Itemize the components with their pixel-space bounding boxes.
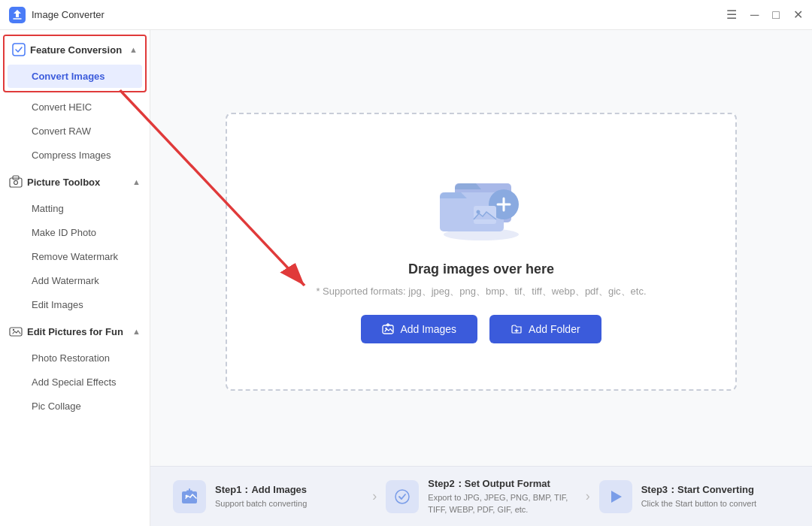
add-folder-label: Add Folder xyxy=(529,323,580,335)
titlebar: Image Converter ☰ ─ □ ✕ xyxy=(0,0,812,30)
step2-desc: Export to JPG, JPEG, PNG, BMP, TIF, TIFF… xyxy=(428,492,576,515)
step2-text: Step2：Set Output Format Export to JPG, J… xyxy=(428,477,576,515)
step3-title: Step3：Start Converting xyxy=(641,483,756,497)
add-images-icon xyxy=(382,323,394,335)
feature-conversion-chevron: ▲ xyxy=(129,45,138,54)
svg-point-25 xyxy=(395,490,409,503)
sidebar-item-matting[interactable]: Matting xyxy=(5,197,145,220)
sidebar: Feature Conversion ▲ Convert Images Conv… xyxy=(0,30,150,526)
step2-icon xyxy=(393,488,411,506)
sidebar-item-convert-raw[interactable]: Convert RAW xyxy=(5,119,145,143)
edit-pictures-label: Edit Pictures for Fun xyxy=(27,326,128,337)
svg-marker-26 xyxy=(611,491,622,503)
maximize-control[interactable]: □ xyxy=(772,9,780,21)
edit-pictures-icon xyxy=(9,325,23,338)
drop-area-wrapper: Drag images over here * Supported format… xyxy=(150,30,812,466)
picture-toolbox-chevron: ▲ xyxy=(132,177,141,186)
add-images-label: Add Images xyxy=(400,323,456,335)
step3-item: Step3：Start Converting Click the Start b… xyxy=(599,480,789,513)
main-layout: Feature Conversion ▲ Convert Images Conv… xyxy=(0,30,812,526)
close-control[interactable]: ✕ xyxy=(793,9,803,21)
step1-title: Step1：Add Images xyxy=(215,483,307,497)
feature-conversion-section: Feature Conversion ▲ Convert Images xyxy=(3,35,147,92)
feature-conversion-icon xyxy=(12,43,26,56)
svg-point-14 xyxy=(477,210,480,213)
step-arrow-1: › xyxy=(372,488,377,504)
btn-row: Add Images Add Folder xyxy=(361,315,601,343)
step1-text: Step1：Add Images Support batch convertin… xyxy=(215,483,307,509)
minimize-control[interactable]: ─ xyxy=(750,9,759,21)
app-logo: Image Converter xyxy=(9,7,105,23)
drop-title: Drag images over here xyxy=(408,261,554,277)
add-folder-icon xyxy=(511,323,523,335)
picture-toolbox-label: Picture Toolbox xyxy=(27,177,128,188)
sidebar-item-convert-heic[interactable]: Convert HEIC xyxy=(5,95,145,119)
menu-control[interactable]: ☰ xyxy=(726,9,737,21)
drop-zone[interactable]: Drag images over here * Supported format… xyxy=(226,113,737,391)
edit-pictures-chevron: ▲ xyxy=(132,327,141,336)
step2-icon-box xyxy=(386,480,419,513)
sidebar-item-convert-images[interactable]: Convert Images xyxy=(8,65,142,88)
step-arrow-2: › xyxy=(586,488,590,504)
folder-svg-icon xyxy=(432,161,530,243)
app-title: Image Converter xyxy=(32,9,105,20)
add-folder-button[interactable]: Add Folder xyxy=(489,315,601,343)
picture-toolbox-icon xyxy=(9,175,23,189)
svg-point-16 xyxy=(386,327,387,328)
svg-point-4 xyxy=(14,181,18,185)
add-images-button[interactable]: Add Images xyxy=(361,315,477,343)
sidebar-item-photo-restoration[interactable]: Photo Restoration xyxy=(5,346,145,370)
step1-desc: Support batch converting xyxy=(215,498,307,509)
step2-title: Step2：Set Output Format xyxy=(428,477,576,491)
step1-icon-box xyxy=(173,480,206,513)
feature-conversion-header[interactable]: Feature Conversion ▲ xyxy=(5,36,145,63)
content-area: Drag images over here * Supported format… xyxy=(150,30,812,526)
step2-item: Step2：Set Output Format Export to JPG, J… xyxy=(386,477,576,515)
window-controls: ☰ ─ □ ✕ xyxy=(726,9,803,21)
sidebar-item-compress-images[interactable]: Compress Images xyxy=(5,144,145,167)
step3-icon-box xyxy=(599,480,632,513)
feature-conversion-label: Feature Conversion xyxy=(30,44,125,56)
picture-toolbox-header[interactable]: Picture Toolbox ▲ xyxy=(0,168,150,196)
drop-subtitle: * Supported formats: jpg、jpeg、png、bmp、ti… xyxy=(316,285,646,298)
step1-icon xyxy=(180,488,198,506)
sidebar-item-make-id-photo[interactable]: Make ID Photo xyxy=(5,221,145,244)
steps-footer: Step1：Add Images Support batch convertin… xyxy=(150,466,812,526)
svg-point-22 xyxy=(186,494,188,497)
step1-item: Step1：Add Images Support batch convertin… xyxy=(173,480,363,513)
sidebar-item-pic-collage[interactable]: Pic Collage xyxy=(5,394,145,418)
sidebar-item-add-special-effects[interactable]: Add Special Effects xyxy=(5,370,145,394)
step3-desc: Click the Start button to convert xyxy=(641,498,756,509)
sidebar-item-add-watermark[interactable]: Add Watermark xyxy=(5,269,145,292)
sidebar-item-remove-watermark[interactable]: Remove Watermark xyxy=(5,245,145,268)
folder-illustration xyxy=(432,161,530,246)
svg-rect-1 xyxy=(13,44,25,56)
step3-text: Step3：Start Converting Click the Start b… xyxy=(641,483,756,509)
svg-point-6 xyxy=(13,329,14,331)
sidebar-item-edit-images[interactable]: Edit Images xyxy=(5,293,145,316)
edit-pictures-header[interactable]: Edit Pictures for Fun ▲ xyxy=(0,317,150,346)
app-logo-icon xyxy=(9,7,26,23)
step3-icon xyxy=(607,488,625,506)
